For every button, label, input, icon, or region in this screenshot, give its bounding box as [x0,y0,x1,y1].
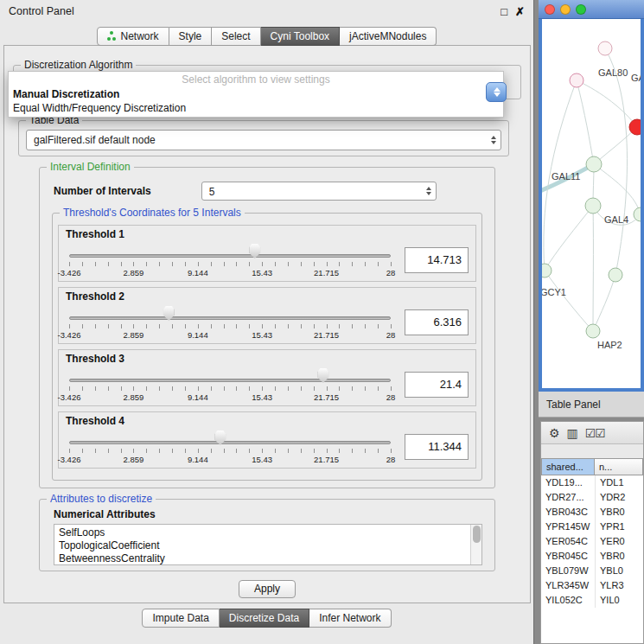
slider-ticks [69,449,391,453]
threshold-value-field[interactable]: 6.316 [405,309,469,335]
threshold-slider: -3.4262.8599.14415.4321.71528 [69,303,391,341]
algorithm-combobox-spinner-icon[interactable] [486,82,507,102]
network-view-window: GAL80 GAL11 GAL4 GCY1 HAP2 GA [539,0,644,392]
algorithm-option[interactable]: Manual Discretization [9,87,503,101]
combobox-arrows-icon [491,131,496,150]
table-row[interactable]: YDR27...YDR2 [541,490,643,505]
threshold-slider: -3.4262.8599.14415.4321.71528 [69,428,391,466]
table-row[interactable]: YIL052CYIL0 [541,593,643,608]
table-column-headers: shared...n... [541,458,643,475]
bottom-tab-infer-network[interactable]: Infer Network [309,609,391,628]
node[interactable] [609,268,622,282]
node-label-hap2: HAP2 [597,340,622,350]
bottom-tab-discretize-data[interactable]: Discretize Data [220,609,309,628]
node-gal4[interactable] [585,198,601,214]
slider-scale-labels: -3.4262.8599.14415.4321.71528 [69,330,391,340]
interval-definition-group: Interval Definition Number of Intervals … [39,167,495,488]
node-gal80[interactable] [570,73,583,87]
table-panel-title: Table Panel [546,399,601,411]
table-row[interactable]: YPR145WYPR1 [541,520,643,534]
thresholds-group-title: Threshold's Coordinates for 5 Intervals [60,207,245,219]
gear-icon[interactable]: ⚙ [549,426,559,440]
cyni-bottom-tabbar: Impute DataDiscretize DataInfer Network [0,609,533,628]
threshold-value-field[interactable]: 14.713 [405,247,469,273]
right-column: GAL80 GAL11 GAL4 GCY1 HAP2 GA Table Pane… [539,0,644,644]
algorithm-option[interactable]: Equal Width/Frequency Discretization [9,101,503,115]
table-row[interactable]: YDL19...YDL1 [541,475,643,490]
node-gcy1[interactable] [542,264,552,277]
attribute-list-item[interactable]: SelfLoops [54,526,481,539]
slider-scale-labels: -3.4262.8599.14415.4321.71528 [69,392,391,402]
bottom-tab-impute-data[interactable]: Impute Data [142,609,219,628]
threshold-value-field[interactable]: 21.4 [405,372,469,398]
table-cell: YBR043C [541,505,595,520]
number-of-intervals-combobox[interactable]: 5 [201,182,437,201]
apply-button[interactable]: Apply [239,580,296,598]
table-cell: YLR345W [541,578,595,593]
tab-select[interactable]: Select [212,27,260,46]
desktop: Control Panel □ ✗ NetworkStyleSelectCyni… [0,0,644,644]
slider-ticks [69,262,391,266]
table-body: YDL19...YDL1YDR27...YDR2YBR043CYBR0YPR14… [541,475,643,643]
table-row[interactable]: YBR043CYBR0 [541,505,643,520]
threshold-label: Threshold 2 [66,290,469,303]
node-hap2[interactable] [586,324,600,338]
selected-node-red[interactable] [629,119,641,135]
attribute-list-item[interactable]: BetweennessCentrality [54,552,481,565]
node-gal11[interactable] [586,156,602,172]
column-header[interactable]: n... [595,458,643,475]
table-data-combobox[interactable]: galFiltered.sif default node [26,130,501,150]
table-cell: YBL0 [595,564,643,578]
table-cell: YDR2 [595,490,643,505]
slider-track[interactable] [69,316,391,320]
threshold-value-field[interactable]: 11.344 [405,434,469,460]
threshold-label: Threshold 1 [66,228,469,241]
number-of-intervals-value: 5 [202,182,436,201]
close-traffic-light-icon[interactable] [545,4,555,15]
network-canvas[interactable]: GAL80 GAL11 GAL4 GCY1 HAP2 GA [542,19,641,388]
slider-track[interactable] [69,254,391,258]
table-row[interactable]: YBL079WYBL0 [541,564,643,578]
tab-style[interactable]: Style [169,27,213,46]
table-cell: YER054C [541,534,595,549]
select-columns-icon[interactable]: ☑☑ [585,426,605,440]
slider-scale-labels: -3.4262.8599.14415.4321.71528 [69,268,391,277]
close-window-icon[interactable]: ✗ [515,5,525,18]
tab-jactivemnodules[interactable]: jActiveMNodules [340,27,437,46]
minimize-traffic-light-icon[interactable] [560,4,571,15]
network-window-titlebar[interactable] [539,0,644,19]
interval-definition-group-title: Interval Definition [47,161,134,173]
table-row[interactable]: YLR345WYLR3 [541,578,643,593]
numerical-attributes-label: Numerical Attributes [54,508,156,520]
attributes-group: Attributes to discretize Numerical Attri… [39,499,495,571]
table-panel-window: ⚙▥☑☑ shared...n... YDL19...YDL1YDR27...Y… [540,421,644,644]
node[interactable] [634,207,641,221]
slider-track[interactable] [69,379,391,382]
attributes-scrollbar[interactable] [470,525,481,564]
table-cell: YBR0 [595,549,643,564]
table-cell: YBR045C [541,549,595,564]
float-window-icon[interactable]: □ [501,5,507,18]
slider-ticks [69,386,391,391]
zoom-traffic-light-icon[interactable] [576,4,586,15]
tab-network[interactable]: Network [97,27,169,46]
table-row[interactable]: YER054CYER0 [541,534,643,549]
columns-icon[interactable]: ▥ [567,426,577,440]
cyni-toolbox-panel: Discretization Algorithm Select algorith… [3,45,531,603]
slider-track[interactable] [69,441,391,444]
attribute-list-item[interactable]: TopologicalCoefficient [54,539,481,552]
threshold-slider: -3.4262.8599.14415.4321.71528 [69,366,391,404]
table-cell: YIL0 [595,593,643,608]
table-toolbar: ⚙▥☑☑ [541,422,643,444]
algorithm-placeholder: Select algorithm to view settings [9,72,503,87]
algorithm-dropdown-popup: Select algorithm to view settings Manual… [8,71,504,118]
threshold-panels: Threshold 1-3.4262.8599.14415.4321.71528… [58,225,476,474]
algorithm-options-list: Manual DiscretizationEqual Width/Frequen… [9,87,503,115]
table-data-group: Table Data galFiltered.sif default node [18,120,509,156]
node[interactable] [598,41,612,55]
number-of-intervals-label: Number of Intervals [54,185,151,197]
control-panel-titlebar: Control Panel □ ✗ [0,0,533,22]
tab-cyni-toolbox[interactable]: Cyni Toolbox [261,27,340,46]
column-header[interactable]: shared... [541,458,595,475]
table-row[interactable]: YBR045CYBR0 [541,549,643,564]
